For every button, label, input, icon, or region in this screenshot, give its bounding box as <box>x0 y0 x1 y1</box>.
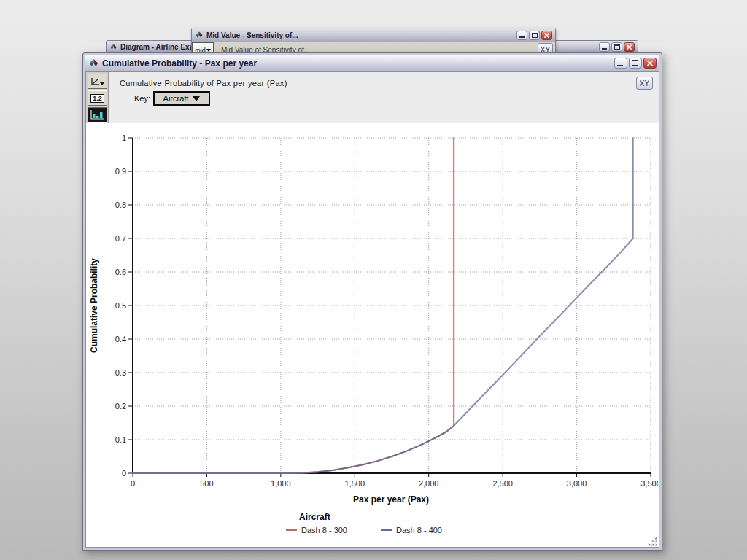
key-dropdown-value: Aircraft <box>163 94 189 103</box>
minimize-button[interactable] <box>516 31 527 40</box>
x-tick-label: 3,500 <box>640 479 659 488</box>
y-tick-label: 0.3 <box>115 368 126 377</box>
y-axis-title: Cumulative Probability <box>89 258 99 353</box>
x-tick-label: 1,000 <box>271 479 291 488</box>
xy-axis-button[interactable]: XY <box>636 77 653 90</box>
bar-chart-icon <box>90 109 105 120</box>
mid-value-window-title: Mid Value - Sensitivity of... <box>206 31 514 39</box>
y-tick-label: 0.1 <box>115 435 126 444</box>
key-label: Key: <box>134 94 150 103</box>
chevron-down-icon <box>193 96 200 101</box>
close-button[interactable] <box>643 58 657 69</box>
legend-title: Aircraft <box>299 512 330 522</box>
number-format-label: 1.2 <box>90 94 104 103</box>
x-tick-label: 2,000 <box>419 479 439 488</box>
chart-type-button[interactable] <box>88 74 107 89</box>
maximize-button[interactable] <box>629 58 642 69</box>
x-axis-title: Pax per year (Pax) <box>353 494 429 505</box>
chart-toolbar: 1.2 <box>86 72 109 123</box>
key-aircraft-dropdown[interactable]: Aircraft <box>153 91 210 106</box>
distribution-chart-button[interactable] <box>88 107 107 122</box>
x-tick-label: 0 <box>131 479 135 488</box>
y-tick-label: 0 <box>122 469 126 478</box>
app-logo-icon <box>109 43 117 51</box>
number-format-button[interactable]: 1.2 <box>88 90 107 106</box>
y-tick-label: 0.8 <box>115 201 126 209</box>
y-tick-label: 0.5 <box>115 301 126 310</box>
x-tick-label: 3,000 <box>567 479 587 488</box>
y-tick-label: 0.6 <box>115 268 126 276</box>
close-icon <box>542 31 551 39</box>
line-chart-dropdown-icon <box>90 77 105 87</box>
y-tick-label: 0.9 <box>115 167 126 176</box>
y-tick-label: 1 <box>122 133 126 142</box>
main-window-title: Cumulative Probability - Pax per year <box>102 58 611 69</box>
chevron-down-icon <box>206 49 211 52</box>
cumulative-probability-window: Cumulative Probability - Pax per year Cu… <box>82 52 662 551</box>
chart-header: Cumulative Probability of Pax per year (… <box>86 72 659 123</box>
close-icon <box>644 58 656 68</box>
chart-subtitle: Cumulative Probability of Pax per year (… <box>120 79 287 88</box>
resize-grip-icon[interactable] <box>648 536 658 546</box>
minimize-button[interactable] <box>614 58 627 69</box>
close-icon <box>624 43 634 51</box>
close-button[interactable] <box>541 31 552 40</box>
x-tick-label: 2,500 <box>492 479 513 488</box>
legend-label-1: Dash 8 - 300 <box>301 526 347 534</box>
main-titlebar[interactable]: Cumulative Probability - Pax per year <box>85 55 659 71</box>
app-logo-icon <box>88 58 99 69</box>
minimize-button[interactable] <box>599 42 610 52</box>
maximize-button[interactable] <box>529 31 540 40</box>
app-logo-icon <box>195 31 204 39</box>
chart-panel: Cumulative Probability of Pax per year (… <box>85 71 659 548</box>
x-tick-label: 500 <box>200 479 213 488</box>
y-tick-label: 0.7 <box>115 234 126 243</box>
close-button[interactable] <box>624 42 635 52</box>
maximize-button[interactable] <box>611 42 622 52</box>
y-tick-label: 0.4 <box>115 335 126 343</box>
legend-label-2: Dash 8 - 400 <box>396 526 442 534</box>
x-tick-label: 1,500 <box>345 479 365 488</box>
cumulative-probability-chart: 05001,0001,5002,0002,5003,0003,50000.10.… <box>86 123 659 548</box>
y-tick-label: 0.2 <box>115 402 126 411</box>
desktop: Diagram - Airline Exa Mid Value - Sensit… <box>0 0 747 560</box>
mid-value-titlebar[interactable]: Mid Value - Sensitivity of... <box>192 28 555 42</box>
